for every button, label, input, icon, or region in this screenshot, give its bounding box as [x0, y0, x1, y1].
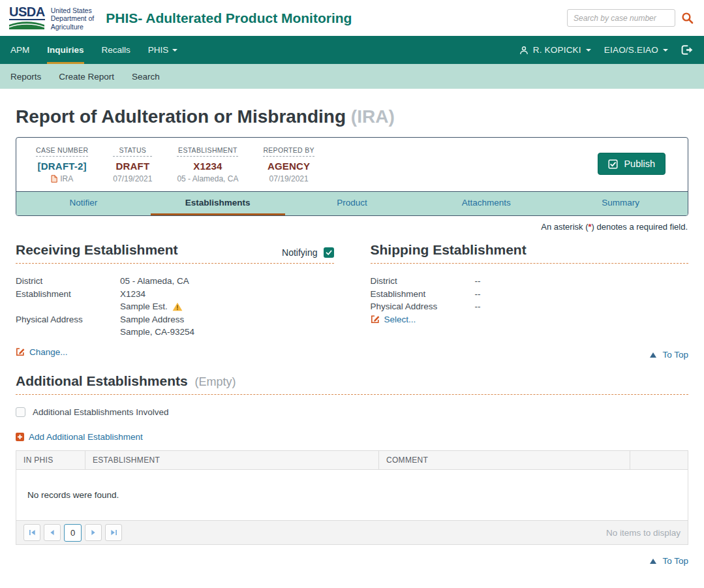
tab-attachments[interactable]: Attachments: [419, 192, 553, 215]
tab-establishments[interactable]: Establishments: [151, 192, 285, 215]
subnav-item-reports[interactable]: Reports: [10, 72, 41, 82]
shipping-fields: District -- Establishment -- Physical Ad…: [371, 275, 689, 326]
shipping-header: Shipping Establishment: [371, 242, 689, 264]
app-header: USDA United States Department of Agricul…: [0, 0, 704, 36]
usda-swoosh-icon: [9, 20, 44, 29]
address-line2: Sample, CA-93254: [120, 326, 334, 339]
last-page-icon: [110, 529, 117, 536]
nav-item-phis[interactable]: PHIS: [148, 36, 178, 64]
chevron-down-icon: [663, 49, 668, 52]
search-button[interactable]: [681, 12, 694, 24]
person-icon: [519, 46, 528, 55]
establishment-value: X1234: [177, 161, 238, 172]
receiving-fields: District 05 - Alameda, CA Establishment …: [16, 275, 334, 339]
case-summary-card: CASE NUMBER [DRAFT-2] IRA STATUS DRAFT 0…: [16, 137, 688, 216]
status-value: DRAFT: [113, 161, 152, 172]
establishment-number: X1234: [120, 288, 334, 301]
table-header-row: IN PHIS ESTABLISHMENT COMMENT: [16, 451, 688, 470]
district-value: 05 - Alameda, CA: [120, 275, 334, 288]
establishment-columns: Receiving Establishment Notifying Distri…: [16, 242, 688, 360]
column-establishment: ESTABLISHMENT: [85, 451, 379, 470]
chevron-down-icon: [586, 49, 591, 52]
address-line1: Sample Address: [120, 313, 334, 326]
page-title-suffix: (IRA): [351, 106, 395, 127]
notifying-label: Notifying: [282, 247, 317, 258]
page-title: Report of Adulteration or Misbranding (I…: [16, 106, 688, 127]
role-name: EIAO/S.EIAO: [604, 45, 658, 55]
pager-last-button[interactable]: [105, 524, 122, 541]
publish-button-top[interactable]: Publish: [598, 153, 666, 175]
nav-item-inquiries[interactable]: Inquiries: [47, 36, 84, 64]
shipping-establishment-section: Shipping Establishment District -- Estab…: [371, 242, 689, 360]
page-number-input[interactable]: [64, 524, 82, 542]
case-info-row: CASE NUMBER [DRAFT-2] IRA STATUS DRAFT 0…: [16, 138, 688, 191]
notifying-checkbox[interactable]: [324, 247, 334, 258]
triangle-up-icon: [650, 559, 656, 564]
empty-row: No records were found.: [16, 470, 688, 521]
select-establishment-link[interactable]: Select...: [371, 313, 416, 326]
pager-first-button[interactable]: [23, 524, 40, 541]
main-content: Report of Adulteration or Misbranding (I…: [0, 106, 704, 588]
first-page-icon: [29, 529, 36, 536]
receiving-establishment-section: Receiving Establishment Notifying Distri…: [16, 242, 334, 360]
add-additional-establishment-link[interactable]: Add Additional Establishment: [16, 432, 143, 442]
logout-icon: [681, 45, 694, 55]
additional-establishments-section: Additional Establishments (Empty) Additi…: [16, 373, 688, 566]
user-name: R. KOPICKI: [533, 45, 581, 55]
case-number-field: CASE NUMBER [DRAFT-2] IRA: [36, 146, 88, 183]
edit-icon: [371, 315, 380, 324]
next-page-icon: [91, 529, 96, 536]
warning-icon: [172, 302, 183, 311]
additional-title: Additional Establishments (Empty): [16, 373, 236, 389]
reported-by-value: AGENCY: [263, 161, 314, 172]
case-search: [567, 9, 694, 27]
pager-prev-button[interactable]: [44, 524, 61, 541]
search-icon: [681, 12, 694, 24]
role-menu[interactable]: EIAO/S.EIAO: [604, 45, 668, 55]
notifying-control: Notifying: [282, 247, 333, 258]
pager-next-button[interactable]: [85, 524, 102, 541]
app-title: PHIS- Adulterated Product Monitoring: [106, 10, 352, 26]
usda-logo: USDA United States Department of Agricul…: [9, 5, 94, 31]
address-label: Physical Address: [16, 313, 120, 339]
nav-right-group: R. KOPICKI EIAO/S.EIAO: [519, 36, 694, 64]
additional-header: Additional Establishments (Empty): [16, 373, 688, 395]
empty-tag: (Empty): [195, 375, 236, 388]
change-establishment-link[interactable]: Change...: [16, 347, 68, 357]
receiving-header: Receiving Establishment Notifying: [16, 242, 334, 264]
additional-involved-label: Additional Establishments Involved: [33, 407, 169, 417]
establishment-name: Sample Est.: [120, 300, 168, 313]
to-top-link[interactable]: To Top: [16, 556, 688, 566]
table-pager: No items to display: [16, 521, 688, 545]
establishment-label: Establishment: [16, 288, 120, 313]
case-search-input[interactable]: [567, 9, 675, 27]
subnav-item-create-report[interactable]: Create Report: [59, 72, 114, 82]
user-menu[interactable]: R. KOPICKI: [519, 45, 591, 55]
reported-by-field: REPORTED BY AGENCY 07/19/2021: [263, 146, 314, 183]
logout-button[interactable]: [681, 45, 694, 55]
tab-summary[interactable]: Summary: [553, 192, 688, 215]
nav-item-recalls[interactable]: Recalls: [102, 36, 130, 64]
additional-involved-checkbox[interactable]: [16, 407, 25, 417]
establishment-value: --: [475, 288, 689, 301]
additional-involved-row: Additional Establishments Involved: [16, 407, 688, 417]
district-label: District: [371, 275, 475, 288]
subnav-item-search[interactable]: Search: [132, 72, 160, 82]
check-icon: [326, 249, 332, 256]
nav-item-apm[interactable]: APM: [10, 36, 29, 64]
case-tabs: Notifier Establishments Product Attachme…: [16, 191, 688, 215]
case-number-value: [DRAFT-2]: [36, 161, 88, 172]
usda-logo-mark: USDA: [9, 5, 45, 29]
usda-logo-acronym: USDA: [9, 5, 45, 20]
edit-icon: [16, 347, 25, 356]
establishment-label: Establishment: [371, 288, 475, 301]
chevron-down-icon: [172, 49, 177, 52]
to-top-link[interactable]: To Top: [371, 350, 689, 360]
sub-nav: Reports Create Report Search: [0, 64, 704, 89]
triangle-up-icon: [650, 352, 656, 358]
additional-establishments-table: IN PHIS ESTABLISHMENT COMMENT No records…: [16, 450, 688, 521]
case-type: IRA: [36, 174, 88, 183]
tab-notifier[interactable]: Notifier: [16, 192, 151, 215]
tab-product[interactable]: Product: [285, 192, 420, 215]
document-icon: [51, 175, 57, 183]
